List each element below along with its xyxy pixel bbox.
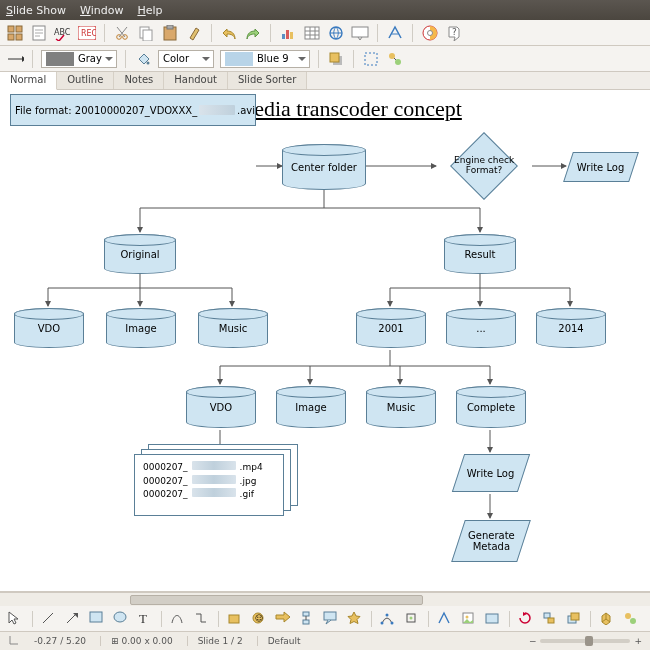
interaction-icon[interactable] <box>386 50 404 68</box>
arrange-icon[interactable] <box>566 611 582 627</box>
zoom-in-icon[interactable]: + <box>634 636 642 646</box>
svg-point-85 <box>630 618 636 624</box>
extrusion-icon[interactable] <box>599 611 615 627</box>
toolbar-standard: ABC REC ? <box>0 20 650 46</box>
tab-normal[interactable]: Normal <box>0 72 57 90</box>
toolbar-line-fill: Gray Color Blue 9 <box>0 46 650 72</box>
text-icon[interactable]: T <box>137 611 153 627</box>
symbol-shapes-icon[interactable]: ☺ <box>251 611 267 627</box>
shape-generate-metadata[interactable]: Generate Metada <box>451 520 531 562</box>
svg-point-71 <box>381 621 384 624</box>
shape-year-2001[interactable]: 2001 <box>356 308 426 348</box>
basic-shapes-icon[interactable] <box>227 611 243 627</box>
shape-yc-image[interactable]: Image <box>276 386 346 428</box>
shape-year-dots[interactable]: ... <box>446 308 516 348</box>
shape-center-folder[interactable]: Center folder <box>282 144 366 190</box>
fontwork2-icon[interactable] <box>437 611 453 627</box>
paste-icon[interactable] <box>161 24 179 42</box>
ellipse-icon[interactable] <box>113 611 129 627</box>
svg-rect-13 <box>167 25 173 29</box>
fill-color-dropdown[interactable]: Blue 9 <box>220 50 310 68</box>
rec-icon[interactable]: REC <box>78 24 96 42</box>
line-color-dropdown[interactable]: Gray <box>41 50 117 68</box>
glue-icon[interactable] <box>404 611 420 627</box>
svg-rect-15 <box>286 30 289 39</box>
menubar: Slide Show Window Help <box>0 0 650 20</box>
slideshow-icon[interactable] <box>351 24 369 42</box>
menu-help[interactable]: Help <box>137 4 162 17</box>
rect-icon[interactable] <box>89 611 105 627</box>
zoom-slider[interactable]: − + <box>529 636 642 646</box>
help-icon[interactable] <box>421 24 439 42</box>
points-icon[interactable] <box>380 611 396 627</box>
shape-yc-music[interactable]: Music <box>366 386 436 428</box>
menu-window[interactable]: Window <box>80 4 123 17</box>
abc-check-icon[interactable]: ABC <box>54 24 72 42</box>
svg-text:REC: REC <box>81 29 96 38</box>
shape-orig-vdo[interactable]: VDO <box>14 308 84 348</box>
svg-rect-68 <box>303 620 309 624</box>
slide-canvas[interactable]: Multimedia transcoder concept <box>0 90 650 592</box>
curve-icon[interactable] <box>170 611 186 627</box>
shape-year-2014[interactable]: 2014 <box>536 308 606 348</box>
arrow-style-icon[interactable] <box>6 50 24 68</box>
svg-rect-19 <box>352 27 368 37</box>
status-layout: Default <box>257 636 301 646</box>
horizontal-scrollbar[interactable] <box>0 592 650 606</box>
paintbrush-icon[interactable] <box>185 24 203 42</box>
table-icon[interactable] <box>303 24 321 42</box>
shape-orig-music[interactable]: Music <box>198 308 268 348</box>
shape-yc-complete[interactable]: Complete <box>456 386 526 428</box>
line-icon[interactable] <box>41 611 57 627</box>
from-file-icon[interactable] <box>461 611 477 627</box>
rotate-icon[interactable] <box>518 611 534 627</box>
redo-icon[interactable] <box>244 24 262 42</box>
svg-text:?: ? <box>452 27 457 37</box>
tab-outline[interactable]: Outline <box>57 72 114 89</box>
toolbar-drawing: T ☺ <box>0 606 650 632</box>
cut-icon[interactable] <box>113 24 131 42</box>
shape-write-log-bottom[interactable]: Write Log <box>452 454 530 492</box>
shadow-icon[interactable] <box>327 50 345 68</box>
grid-icon[interactable] <box>6 24 24 42</box>
pointer-icon[interactable] <box>8 611 24 627</box>
crop-icon[interactable] <box>362 50 380 68</box>
menu-slideshow[interactable]: Slide Show <box>6 4 66 17</box>
shape-original[interactable]: Original <box>104 234 176 274</box>
status-coord: -0.27 / 5.20 <box>34 636 86 646</box>
callouts-icon[interactable] <box>323 611 339 627</box>
flowchart-icon[interactable] <box>299 611 315 627</box>
svg-rect-70 <box>324 612 336 620</box>
coord-icon <box>8 634 20 648</box>
svg-point-21 <box>428 30 433 35</box>
shape-yc-vdo[interactable]: VDO <box>186 386 256 428</box>
copy-icon[interactable] <box>137 24 155 42</box>
svg-point-77 <box>466 615 469 618</box>
tab-slide-sorter[interactable]: Slide Sorter <box>228 72 307 89</box>
block-arrows-icon[interactable] <box>275 611 291 627</box>
undo-icon[interactable] <box>220 24 238 42</box>
shape-result[interactable]: Result <box>444 234 516 274</box>
fill-bucket-icon[interactable] <box>134 50 152 68</box>
hyperlink-icon[interactable] <box>327 24 345 42</box>
tab-notes[interactable]: Notes <box>114 72 164 89</box>
interaction2-icon[interactable] <box>623 611 639 627</box>
align-icon[interactable] <box>542 611 558 627</box>
zoom-out-icon[interactable]: − <box>529 636 537 646</box>
status-size: ⊞ 0.00 x 0.00 <box>100 636 173 646</box>
shape-engine-check[interactable]: Engine check Format? <box>450 132 518 200</box>
stars-icon[interactable] <box>347 611 363 627</box>
shape-write-log-top[interactable]: Write Log <box>563 152 639 182</box>
fontwork-icon[interactable] <box>386 24 404 42</box>
fill-type-dropdown[interactable]: Color <box>158 50 214 68</box>
connector-icon[interactable] <box>194 611 210 627</box>
shape-orig-image[interactable]: Image <box>106 308 176 348</box>
shape-file-format[interactable]: File format: 20010000207_VDOXXX_ .avi <box>10 94 256 126</box>
arrow-line-icon[interactable] <box>65 611 81 627</box>
tab-handout[interactable]: Handout <box>164 72 228 89</box>
doc-icon[interactable] <box>30 24 48 42</box>
chart-icon[interactable] <box>279 24 297 42</box>
gallery-icon[interactable] <box>485 611 501 627</box>
svg-rect-61 <box>90 612 102 622</box>
whats-this-icon[interactable]: ? <box>445 24 463 42</box>
